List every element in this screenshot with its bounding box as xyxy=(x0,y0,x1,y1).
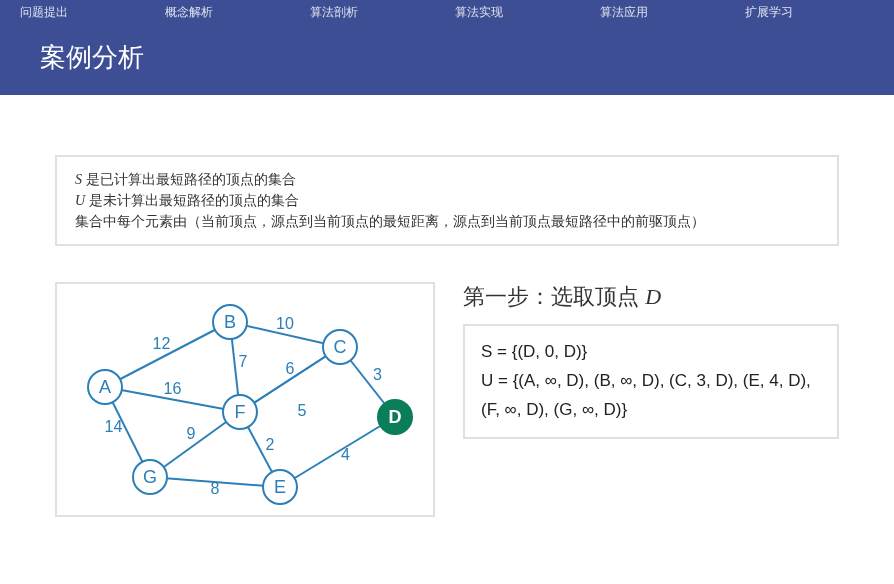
svg-text:B: B xyxy=(224,312,236,332)
nav-item[interactable]: 问题提出 xyxy=(12,0,157,24)
top-nav: 问题提出 概念解析 算法剖析 算法实现 算法应用 扩展学习 xyxy=(0,0,894,24)
nav-item[interactable]: 概念解析 xyxy=(157,0,302,24)
set-u: U = {(A, ∞, D), (B, ∞, D), (C, 3, D), (E… xyxy=(481,367,821,425)
sets-box: S = {(D, 0, D)} U = {(A, ∞, D), (B, ∞, D… xyxy=(463,324,839,439)
graph-panel: 1216141076342859ABCDEFG xyxy=(55,282,435,517)
graph-svg: 1216141076342859ABCDEFG xyxy=(65,292,425,507)
svg-text:2: 2 xyxy=(266,436,275,453)
svg-text:4: 4 xyxy=(341,446,350,463)
svg-text:A: A xyxy=(99,377,111,397)
svg-text:3: 3 xyxy=(373,366,382,383)
svg-text:14: 14 xyxy=(105,418,123,435)
svg-line-14 xyxy=(280,417,395,487)
def-s: S 是已计算出最短路径的顶点的集合 xyxy=(75,169,819,190)
svg-text:C: C xyxy=(334,337,347,357)
content: S 是已计算出最短路径的顶点的集合 U 是未计算出最短路径的顶点的集合 集合中每… xyxy=(0,95,894,547)
def-u: U 是未计算出最短路径的顶点的集合 xyxy=(75,190,819,211)
step-title: 第一步：选取顶点 D xyxy=(463,282,839,312)
svg-line-0 xyxy=(105,322,230,387)
svg-text:8: 8 xyxy=(211,480,220,497)
nav-item[interactable]: 算法实现 xyxy=(447,0,592,24)
svg-text:12: 12 xyxy=(153,335,171,352)
page-title: 案例分析 xyxy=(0,24,894,95)
svg-text:9: 9 xyxy=(187,425,196,442)
nav-item[interactable]: 算法应用 xyxy=(592,0,737,24)
nav-item[interactable]: 算法剖析 xyxy=(302,0,447,24)
svg-text:7: 7 xyxy=(239,353,248,370)
definitions-box: S 是已计算出最短路径的顶点的集合 U 是未计算出最短路径的顶点的集合 集合中每… xyxy=(55,155,839,246)
svg-text:10: 10 xyxy=(276,315,294,332)
svg-text:16: 16 xyxy=(164,380,182,397)
svg-text:G: G xyxy=(143,467,157,487)
nav-item[interactable]: 扩展学习 xyxy=(737,0,882,24)
svg-text:6: 6 xyxy=(286,360,295,377)
svg-text:5: 5 xyxy=(298,402,307,419)
set-s: S = {(D, 0, D)} xyxy=(481,338,821,367)
svg-text:E: E xyxy=(274,477,286,497)
svg-text:D: D xyxy=(389,407,402,427)
svg-text:F: F xyxy=(235,402,246,422)
def-tuple: 集合中每个元素由（当前顶点，源点到当前顶点的最短距离，源点到当前顶点最短路径中的… xyxy=(75,211,819,232)
